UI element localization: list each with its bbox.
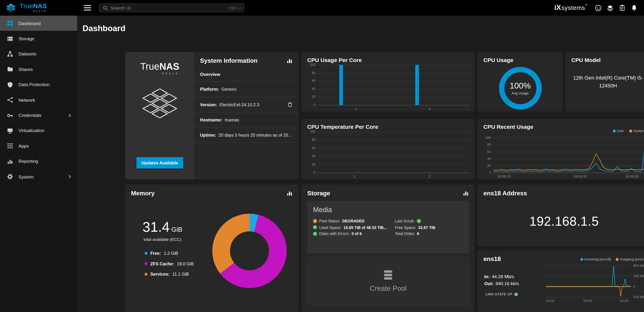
last-scrub-row: Last Scrub: ✓ bbox=[395, 218, 463, 224]
row-label: Total Disks: bbox=[395, 232, 415, 236]
row-value: Generic bbox=[222, 87, 236, 92]
key-icon bbox=[7, 112, 13, 119]
cpu-usage-card: CPU Usage 100% Avg Usage bbox=[478, 52, 563, 112]
ix-registered-mark: ® bbox=[586, 4, 588, 6]
card-title: CPU Recent Usage bbox=[484, 124, 534, 130]
brand-name-thin: True bbox=[20, 2, 33, 9]
pool-name: Media bbox=[313, 206, 463, 214]
updates-available-button[interactable]: Updates Available bbox=[136, 157, 183, 169]
legend-label: Outgoing [ens18] bbox=[620, 257, 644, 261]
sidebar-item-system[interactable]: System bbox=[0, 169, 77, 184]
jobs-button[interactable] bbox=[616, 0, 628, 15]
row-label: Out: bbox=[484, 281, 494, 286]
search-icon bbox=[103, 5, 108, 10]
legend-zfs-cache: ZFS Cache:19.0 GiB bbox=[145, 261, 194, 266]
memory-unit: GiB bbox=[172, 226, 182, 233]
check-icon: ✓ bbox=[514, 292, 518, 296]
system-dot-icon bbox=[629, 130, 632, 132]
ix-suffix: systems bbox=[562, 4, 585, 11]
user-dot-icon bbox=[613, 130, 616, 132]
sidebar-item-shares[interactable]: Shares bbox=[0, 62, 77, 77]
ix-prefix: iX bbox=[554, 4, 561, 12]
in-rate-row: In:44.28 Mb/s bbox=[484, 274, 519, 279]
check-icon: ✓ bbox=[313, 232, 317, 236]
insights-button[interactable] bbox=[462, 190, 469, 196]
cpu-recent-legend: User System bbox=[613, 129, 644, 133]
sidebar-item-dashboard[interactable]: Dashboard bbox=[0, 15, 77, 31]
sidebar-item-network[interactable]: Network bbox=[0, 92, 77, 108]
database-icon bbox=[383, 270, 393, 281]
datasets-icon bbox=[7, 51, 13, 57]
insights-chart-icon bbox=[463, 190, 468, 196]
sidebar-item-storage[interactable]: Storage bbox=[0, 31, 77, 46]
card-title: CPU Usage Per Core bbox=[307, 57, 362, 63]
truenas-logo[interactable]: TrueNAS SCALE bbox=[0, 0, 77, 15]
row-label: Version: bbox=[200, 102, 217, 107]
sidebar-item-virtualization[interactable]: Virtualization bbox=[0, 123, 77, 138]
sidebar: Dashboard Storage Datasets Shares Data P… bbox=[0, 15, 77, 312]
interface-address-card: ens18 Address 192.168.1.5 bbox=[478, 184, 644, 246]
cpu-usage-caption: Avg Usage bbox=[512, 91, 529, 95]
insights-button[interactable] bbox=[286, 190, 293, 196]
cpu-recent-chart: 10080604020019:59:1319:59:3319:59:53 bbox=[482, 138, 644, 178]
pool-media-panel[interactable]: Media ! Pool Status: DEGRADED ✓ Used Spa… bbox=[307, 201, 469, 253]
legend-value: 19.0 GiB bbox=[177, 261, 194, 266]
total-disks-row: Total Disks: 6 bbox=[395, 231, 463, 237]
row-value: 20 days 5 hours 20 minutes as of 20:00 bbox=[218, 133, 293, 138]
feedback-button[interactable] bbox=[592, 0, 604, 15]
clipboard-icon bbox=[619, 4, 625, 11]
system-information-card: TrueNAS SCALE Updates Available bbox=[125, 52, 299, 179]
insights-chart-icon bbox=[287, 190, 292, 196]
sidebar-item-data-protection[interactable]: Data Protection bbox=[0, 77, 77, 92]
sidebar-item-label: Shares bbox=[18, 67, 33, 72]
sidebar-item-credentials[interactable]: Credentials bbox=[0, 108, 77, 123]
interface-legend: Incoming [ens18] Outgoing [ens18] bbox=[580, 257, 644, 261]
directory-services-button[interactable] bbox=[604, 0, 616, 15]
legend-value: 11.1 GiB bbox=[172, 272, 189, 277]
overview-label: Overview bbox=[194, 64, 299, 81]
topbar: TrueNAS SCALE Ctrl + / iX systems ® bbox=[0, 0, 644, 15]
memory-total-block: 31.4GiB total available (ECC) bbox=[142, 219, 182, 242]
link-state: LINK STATE UP ✓ bbox=[486, 292, 519, 296]
memory-card: Memory 31.4GiB total available (ECC) Fre… bbox=[125, 184, 299, 312]
legend-outgoing: Outgoing [ens18] bbox=[616, 257, 644, 261]
menu-toggle-button[interactable] bbox=[82, 3, 93, 12]
chevron-right-icon bbox=[67, 113, 72, 118]
monitor-icon bbox=[7, 128, 13, 134]
legend-user: User bbox=[613, 129, 624, 133]
legend-label: Free: bbox=[150, 251, 161, 256]
check-icon: ✓ bbox=[417, 219, 421, 223]
memory-subtitle: total available (ECC) bbox=[142, 237, 182, 242]
out-rate-row: Out:940.16 kb/s bbox=[484, 281, 519, 286]
alerts-button[interactable] bbox=[628, 0, 640, 15]
row-value: truenas bbox=[225, 117, 239, 122]
copy-version-button[interactable] bbox=[287, 102, 293, 107]
row-label: Hostname: bbox=[200, 117, 222, 122]
insights-chart-icon bbox=[287, 58, 292, 63]
sidebar-item-reporting[interactable]: Reporting bbox=[0, 154, 77, 169]
services-dot-icon bbox=[145, 273, 148, 275]
card-title: CPU Model bbox=[571, 57, 600, 63]
network-icon bbox=[7, 97, 13, 103]
sidebar-item-label: Virtualization bbox=[18, 128, 44, 133]
truenas-branding-panel: TrueNAS SCALE Updates Available bbox=[125, 52, 194, 179]
insights-button[interactable] bbox=[286, 57, 293, 64]
smiley-icon bbox=[595, 4, 602, 11]
create-pool-button[interactable]: Create Pool bbox=[307, 257, 469, 306]
legend-system: System bbox=[629, 129, 644, 133]
brand-wordmark: TrueNAS SCALE bbox=[20, 3, 47, 13]
sidebar-item-apps[interactable]: Apps bbox=[0, 138, 77, 154]
platform-row: Platform: Generic bbox=[194, 81, 299, 97]
legend-label: ZFS Cache: bbox=[150, 261, 174, 266]
ixsystems-logo: iX systems ® bbox=[554, 4, 587, 12]
card-title: CPU Temperature Per Core bbox=[307, 124, 378, 130]
bell-icon bbox=[631, 4, 637, 11]
cpu-usage-donut: 100% Avg Usage bbox=[499, 67, 542, 110]
link-state-label: LINK STATE UP bbox=[486, 292, 512, 296]
memory-total: 31.4 bbox=[142, 219, 170, 235]
sidebar-item-datasets[interactable]: Datasets bbox=[0, 46, 77, 62]
search-input[interactable] bbox=[110, 5, 226, 10]
wordmark-thin: True bbox=[140, 61, 159, 72]
create-pool-label: Create Pool bbox=[370, 285, 406, 293]
interface-traffic-card: ens18 Incoming [ens18] Outgoing [ens18] … bbox=[478, 250, 644, 312]
